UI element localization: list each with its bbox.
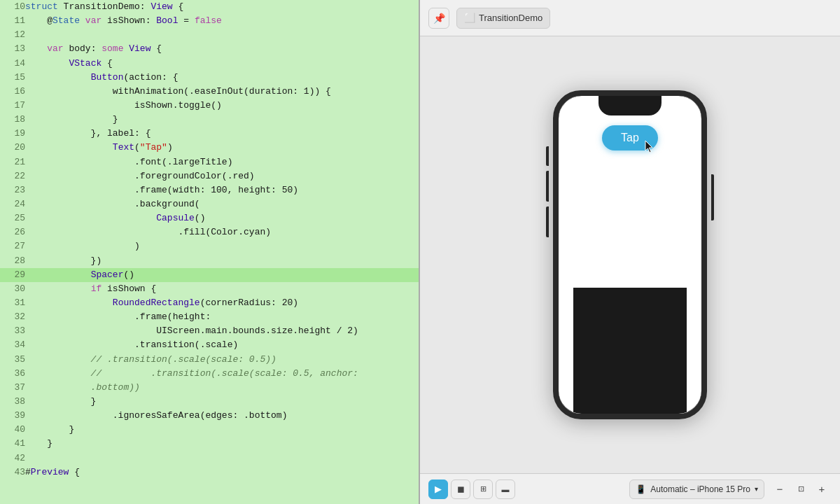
iphone-dynamic-island <box>598 96 662 115</box>
table-row: 42 <box>0 451 419 465</box>
iphone-body: Tap <box>559 115 701 414</box>
table-row: 21 .font(.largeTitle) <box>0 155 419 169</box>
table-row: 36 // .transition(.scale(scale: 0.5, anc… <box>0 367 419 381</box>
line-content: }) <box>25 254 419 268</box>
line-number: 18 <box>0 113 25 127</box>
line-number: 26 <box>0 225 25 239</box>
table-row: 26 .fill(Color.cyan) <box>0 225 419 239</box>
table-row: 22 .foregroundColor(.red) <box>0 169 419 183</box>
line-number: 39 <box>0 409 25 423</box>
layout-button[interactable]: ▬ <box>496 479 515 499</box>
line-number: 27 <box>0 239 25 253</box>
table-row: 33 UIScreen.main.bounds.size.height / 2) <box>0 324 419 338</box>
play-button[interactable]: ▶ <box>428 479 448 499</box>
line-content: @State var isShown: Bool = false <box>25 14 419 28</box>
line-content: ) <box>25 239 419 253</box>
line-number: 23 <box>0 183 25 197</box>
line-number: 29 <box>0 268 25 282</box>
view-icon: ⬜ <box>464 13 475 23</box>
iphone-volume-up-button <box>546 171 549 202</box>
line-number: 15 <box>0 71 25 85</box>
pin-button[interactable]: 📌 <box>428 8 449 29</box>
line-content: .frame(width: 100, height: 50) <box>25 183 419 197</box>
line-content: .font(.largeTitle) <box>25 155 419 169</box>
preview-title-button[interactable]: ⬜ TransitionDemo <box>456 8 550 29</box>
line-number: 34 <box>0 338 25 352</box>
line-content: struct TransitionDemo: View { <box>25 0 419 14</box>
zoom-out-icon: − <box>777 483 783 495</box>
table-row: 16 withAnimation(.easeInOut(duration: 1)… <box>0 85 419 99</box>
line-content: .bottom)) <box>25 381 419 395</box>
zoom-in-icon: + <box>819 483 825 495</box>
table-row: 19 }, label: { <box>0 127 419 141</box>
line-content: } <box>25 113 419 127</box>
table-row: 15 Button(action: { <box>0 71 419 85</box>
line-number: 33 <box>0 324 25 338</box>
table-row: 29 Spacer() <box>0 268 419 282</box>
zoom-fit-button[interactable]: ⊡ <box>791 479 811 499</box>
grid-icon: ⊞ <box>480 484 486 493</box>
zoom-controls: − ⊡ + <box>770 479 832 499</box>
line-number: 42 <box>0 451 25 465</box>
table-row: 18 } <box>0 113 419 127</box>
line-number: 22 <box>0 169 25 183</box>
zoom-in-button[interactable]: + <box>812 479 832 499</box>
tap-button-label: Tap <box>621 132 639 144</box>
line-content: #Preview { <box>25 465 419 479</box>
zoom-out-button[interactable]: − <box>770 479 790 499</box>
code-lines: 10struct TransitionDemo: View {11 @State… <box>0 0 419 479</box>
table-row: 12 <box>0 28 419 42</box>
line-content: } <box>25 423 419 437</box>
table-row: 11 @State var isShown: Bool = false <box>0 14 419 28</box>
device-selector[interactable]: 📱 Automatic – iPhone 15 Pro ▾ <box>629 479 764 499</box>
table-row: 28 }) <box>0 254 419 268</box>
table-row: 41 } <box>0 437 419 451</box>
line-number: 43 <box>0 465 25 479</box>
grid-button[interactable]: ⊞ <box>473 479 493 499</box>
line-content: VStack { <box>25 57 419 71</box>
line-number: 13 <box>0 42 25 56</box>
tap-button[interactable]: Tap <box>602 125 658 150</box>
table-row: 32 .frame(height: <box>0 310 419 324</box>
line-number: 31 <box>0 296 25 310</box>
line-number: 32 <box>0 310 25 324</box>
line-number: 20 <box>0 141 25 155</box>
line-number: 41 <box>0 437 25 451</box>
line-content: .background( <box>25 197 419 211</box>
table-row: 17 isShown.toggle() <box>0 99 419 113</box>
table-row: 27 ) <box>0 239 419 253</box>
line-content: .ignoresSafeArea(edges: .bottom) <box>25 409 419 423</box>
line-content: .foregroundColor(.red) <box>25 169 419 183</box>
line-number: 35 <box>0 353 25 367</box>
table-row: 38 } <box>0 395 419 409</box>
line-number: 38 <box>0 395 25 409</box>
line-number: 19 <box>0 127 25 141</box>
line-content: RoundedRectangle(cornerRadius: 20) <box>25 296 419 310</box>
line-number: 36 <box>0 367 25 381</box>
line-content: .transition(.scale) <box>25 338 419 352</box>
iphone-mute-button <box>546 146 549 166</box>
line-content: // .transition(.scale(scale: 0.5)) <box>25 353 419 367</box>
preview-title-label: TransitionDemo <box>479 13 542 23</box>
table-row: 13 var body: some View { <box>0 42 419 56</box>
table-row: 20 Text("Tap") <box>0 141 419 155</box>
preview-panel: 📌 ⬜ TransitionDemo Tap <box>420 0 840 504</box>
line-content: Capsule() <box>25 211 419 225</box>
layout-icon: ▬ <box>502 485 510 493</box>
table-row: 43#Preview { <box>0 465 419 479</box>
preview-controls: ▶ ◼ ⊞ ▬ <box>428 479 515 499</box>
preview-content: Tap <box>420 36 840 473</box>
line-number: 25 <box>0 211 25 225</box>
table-row: 23 .frame(width: 100, height: 50) <box>0 183 419 197</box>
device-icon: 📱 <box>636 484 646 494</box>
iphone-wrapper: Tap <box>553 90 707 419</box>
line-content <box>25 451 419 465</box>
code-editor[interactable]: 10struct TransitionDemo: View {11 @State… <box>0 0 420 504</box>
stop-button[interactable]: ◼ <box>451 479 470 499</box>
table-row: 37 .bottom)) <box>0 381 419 395</box>
line-number: 21 <box>0 155 25 169</box>
iphone-power-button <box>711 174 714 220</box>
table-row: 40 } <box>0 423 419 437</box>
line-content: .fill(Color.cyan) <box>25 225 419 239</box>
pin-icon: 📌 <box>433 13 445 24</box>
